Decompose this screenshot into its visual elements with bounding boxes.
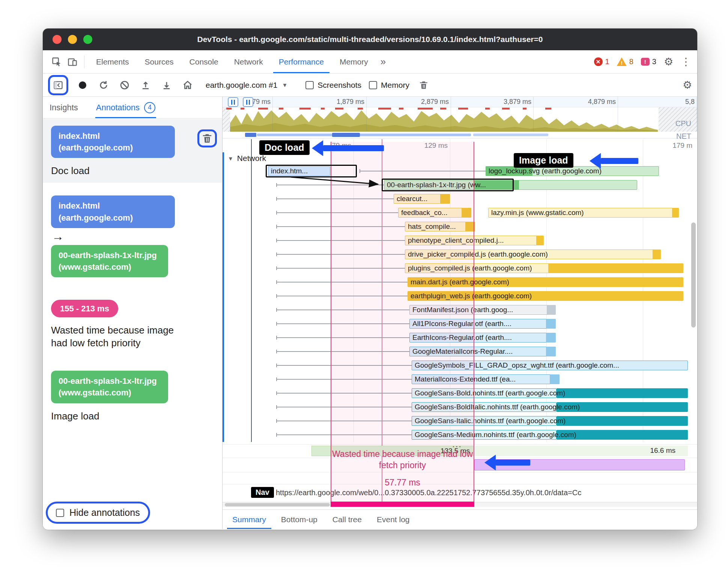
screenshots-label: Screenshots [317, 81, 361, 90]
request-label: FontManifest.json (earth.goog... [412, 305, 513, 315]
save-profile-icon[interactable] [160, 78, 173, 92]
request-bar-solid[interactable] [672, 208, 679, 218]
tab-summary[interactable]: Summary [225, 510, 274, 529]
overview-tick-label: 2,879 ms [421, 98, 449, 106]
more-tabs-icon[interactable]: » [376, 56, 390, 68]
annotation-pill[interactable]: index.html (earth.google.com) [51, 195, 175, 228]
memory-checkbox[interactable] [369, 81, 377, 89]
request-bar-solid[interactable] [546, 319, 556, 329]
annotation-pill[interactable]: 00-earth-splash-1x-ltr.jpg (www.gstatic.… [51, 371, 168, 403]
annotation-entry[interactable]: 00-earth-splash-1x-ltr.jpg (www.gstatic.… [43, 364, 222, 428]
request-whisker [276, 198, 394, 199]
delete-annotation-button[interactable] [202, 133, 213, 144]
request-whisker [276, 337, 409, 338]
tab-performance[interactable]: Performance [271, 50, 332, 73]
annotation-pill[interactable]: 155 - 213 ms [51, 300, 118, 317]
horizontal-scrollbar-thumb[interactable] [225, 503, 330, 506]
minimize-window-button[interactable] [68, 35, 77, 44]
link-arrow-icon: → [52, 230, 214, 243]
memory-option[interactable]: Memory [369, 81, 409, 90]
cpu-overview-chart[interactable] [223, 107, 697, 132]
annotation-entry[interactable]: 155 - 213 msWasted time because image ha… [43, 293, 222, 355]
record-button[interactable] [76, 78, 89, 92]
tab-event-log[interactable]: Event log [369, 510, 417, 529]
request-whisker [276, 351, 409, 352]
animation-arrow [484, 455, 530, 470]
request-bar-solid[interactable] [462, 208, 471, 218]
net-overview-strip [223, 132, 697, 138]
request-whisker [276, 393, 412, 394]
issues-badge[interactable]: ! 3 [641, 57, 656, 66]
request-bar-solid[interactable] [546, 333, 556, 343]
overview-ruler[interactable]: 879 ms1,879 ms2,879 ms3,879 ms4,879 ms5,… [223, 97, 697, 107]
overview-tick-line [533, 97, 534, 132]
load-profile-icon[interactable] [139, 78, 152, 92]
target-selector[interactable]: earth.google.com #1 ▼ [206, 81, 287, 90]
request-bar-solid[interactable] [550, 374, 560, 384]
cpu-track-label: CPU [675, 119, 691, 128]
panel-tabs: ElementsSourcesConsoleNetworkPerformance… [88, 50, 376, 73]
annotation-entry[interactable]: index.html (earth.google.com)→00-earth-s… [43, 189, 222, 282]
annotation-pill[interactable]: 00-earth-splash-1x-ltr.jpg (www.gstatic.… [51, 245, 168, 277]
kebab-menu-icon[interactable]: ⋮ [681, 57, 691, 67]
zoom-window-button[interactable] [83, 35, 92, 44]
close-window-button[interactable] [53, 35, 62, 44]
reload-and-record-icon[interactable] [97, 78, 110, 92]
tab-memory[interactable]: Memory [332, 50, 376, 73]
titlebar: DevTools - earth.google.com/static/multi… [43, 29, 697, 50]
net-segment [245, 133, 256, 137]
timeline-handle-right-button[interactable] [243, 97, 253, 107]
tab-call-tree[interactable]: Call tree [325, 510, 369, 529]
annotation-label: Doc load [51, 165, 179, 177]
tab-sources[interactable]: Sources [137, 50, 182, 73]
request-bar-solid[interactable] [548, 263, 683, 273]
tab-elements[interactable]: Elements [88, 50, 137, 73]
tab-network[interactable]: Network [226, 50, 271, 73]
tab-annotations[interactable]: Annotations 4 [96, 97, 155, 118]
device-toolbar-icon[interactable] [65, 54, 80, 70]
request-whisker [359, 171, 486, 171]
clear-icon[interactable] [118, 78, 131, 92]
net-segment [332, 133, 360, 137]
net-track-label: NET [676, 132, 691, 141]
hide-annotations-checkbox[interactable] [56, 509, 64, 517]
request-bar-solid[interactable] [547, 305, 556, 315]
request-bar-solid[interactable] [440, 194, 450, 204]
request-whisker [276, 226, 405, 227]
request-bar-solid[interactable] [465, 222, 475, 231]
home-icon[interactable] [181, 78, 194, 92]
settings-gear-icon[interactable]: ⚙ [664, 57, 673, 67]
timeline-handle-left-button[interactable] [228, 97, 238, 107]
wasted-time-callout: Wasted time because image had low fetch … [331, 449, 474, 488]
screenshots-checkbox[interactable] [305, 81, 314, 89]
image-load-annotation-chip[interactable]: Image load [514, 153, 573, 168]
devtools-window: DevTools - earth.google.com/static/multi… [43, 29, 697, 530]
tab-bottom-up[interactable]: Bottom-up [274, 510, 325, 529]
tab-insights[interactable]: Insights [50, 97, 78, 118]
vertical-scrollbar-thumb[interactable] [691, 222, 696, 328]
overflow-indicator[interactable]: ... [452, 439, 462, 449]
doc-load-annotation-chip[interactable]: Doc load [259, 140, 310, 155]
collect-garbage-icon[interactable] [417, 78, 430, 92]
toggle-sidebar-icon[interactable] [51, 78, 65, 92]
request-bar-solid[interactable] [536, 236, 544, 245]
panel-settings-gear-icon[interactable]: ⚙ [683, 80, 692, 90]
request-whisker [276, 421, 412, 421]
screenshots-option[interactable]: Screenshots [305, 81, 361, 90]
request-bar-solid[interactable] [653, 249, 661, 259]
request-bar-solid[interactable] [557, 416, 688, 426]
navigation-marker-line [251, 139, 252, 442]
network-track-header[interactable]: ▼ Network [228, 154, 266, 163]
focus-ring-annotation [48, 75, 68, 95]
request-bar-solid[interactable] [557, 388, 688, 398]
request-bar-solid[interactable] [546, 347, 556, 356]
inspect-element-icon[interactable] [49, 54, 65, 70]
annotation-entry[interactable]: index.html (earth.google.com)Doc load [43, 119, 222, 183]
tab-console[interactable]: Console [182, 50, 226, 73]
errors-badge[interactable]: ✕ 1 [594, 57, 609, 66]
ruler-tick-label: 179 m [672, 141, 692, 150]
performance-toolbar: earth.google.com #1 ▼ Screenshots Memory… [43, 74, 697, 97]
warnings-badge[interactable]: ! 8 [617, 57, 633, 66]
annotation-pill[interactable]: index.html (earth.google.com) [51, 126, 175, 158]
nav-marker-chip[interactable]: Nav [251, 487, 274, 498]
